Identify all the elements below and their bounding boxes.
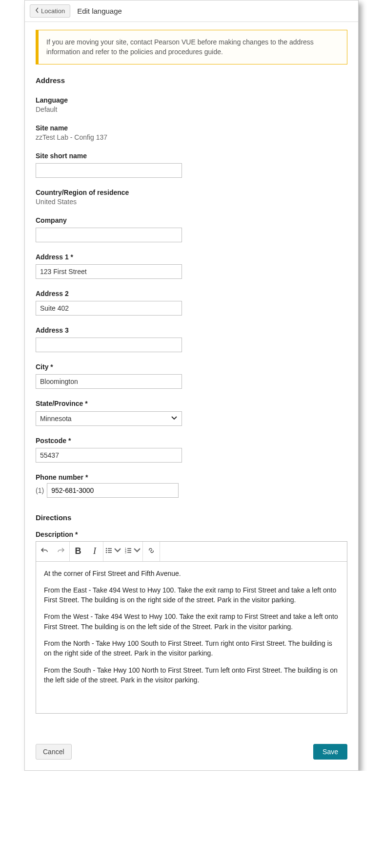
company-label: Company [36,216,347,224]
phone-label: Phone number * [36,473,347,481]
postcode-field: Postcode * [36,437,347,463]
address3-label: Address 3 [36,326,347,334]
address1-field: Address 1 * [36,253,347,279]
description-paragraph: At the corner of First Street and Fifth … [44,569,339,578]
editor-toolbar: B I [36,542,347,562]
cancel-button[interactable]: Cancel [36,744,72,760]
postcode-input[interactable] [36,448,182,463]
redo-icon [57,547,65,556]
site-short-name-input[interactable] [36,163,182,178]
svg-point-4 [106,551,107,552]
phone-field: Phone number * (1) [36,473,347,498]
language-label: Language [36,96,347,104]
editor-content[interactable]: At the corner of First Street and Fifth … [36,562,347,713]
bold-button[interactable]: B [70,542,86,561]
site-name-label: Site name [36,124,347,132]
link-button[interactable] [143,542,160,561]
address2-label: Address 2 [36,290,347,297]
chevron-down-icon [114,547,121,556]
address3-input[interactable] [36,338,182,352]
form-content: If you are moving your site, contact Pea… [25,22,358,735]
numbered-list-button[interactable]: 123 [123,542,142,561]
info-alert: If you are moving your site, contact Pea… [36,30,347,64]
language-field: Language Default [36,96,347,113]
description-field: Description * [36,530,347,714]
site-short-name-field: Site short name [36,152,347,178]
page-header: Location Edit language [25,0,358,22]
description-paragraph: From the West - Take 494 West to Hwy 100… [44,612,339,632]
address-section-heading: Address [36,76,347,85]
address2-field: Address 2 [36,290,347,316]
country-label: Country/Region of residence [36,189,347,196]
company-input[interactable] [36,228,182,242]
page-frame: Location Edit language If you are moving… [24,0,359,771]
link-icon [147,547,155,556]
address3-field: Address 3 [36,326,347,352]
country-field: Country/Region of residence United State… [36,189,347,206]
description-paragraph: From the East - Take 494 West to Hwy 100… [44,585,339,605]
undo-button[interactable] [36,542,53,561]
svg-point-2 [106,550,107,550]
phone-input[interactable] [47,483,179,498]
undo-icon [40,547,48,556]
chevron-left-icon [35,7,39,15]
bullet-list-button[interactable] [103,542,123,561]
page-title: Edit language [77,7,122,15]
phone-prefix: (1) [36,487,44,494]
save-button[interactable]: Save [313,744,347,760]
svg-text:3: 3 [125,551,126,554]
site-name-field: Site name zzTest Lab - Config 137 [36,124,347,141]
form-footer: Cancel Save [25,735,358,770]
company-field: Company [36,216,347,242]
language-value: Default [36,106,57,113]
address2-input[interactable] [36,301,182,316]
chevron-down-icon [133,547,141,556]
address1-label: Address 1 * [36,253,347,261]
directions-section-heading: Directions [36,513,347,522]
state-label: State/Province * [36,400,347,407]
site-name-value: zzTest Lab - Config 137 [36,133,107,141]
site-short-name-label: Site short name [36,152,347,160]
city-label: City * [36,363,347,371]
country-value: United States [36,198,77,206]
redo-button[interactable] [53,542,69,561]
rich-text-editor: B I [36,541,347,714]
italic-button[interactable]: I [86,542,103,561]
city-field: City * [36,363,347,389]
back-button[interactable]: Location [30,4,70,18]
back-button-label: Location [41,7,65,15]
svg-point-0 [106,548,107,549]
bullet-list-icon [105,547,113,556]
description-paragraph: From the South - Take Hwy 100 North to F… [44,665,339,685]
state-field: State/Province * Minnesota [36,400,347,426]
description-label: Description * [36,530,347,538]
postcode-label: Postcode * [36,437,347,445]
city-input[interactable] [36,374,182,389]
numbered-list-icon: 123 [124,547,132,556]
address1-input[interactable] [36,264,182,279]
state-select[interactable]: Minnesota [36,411,182,426]
description-paragraph: From the North - Take Hwy 100 South to F… [44,638,339,658]
